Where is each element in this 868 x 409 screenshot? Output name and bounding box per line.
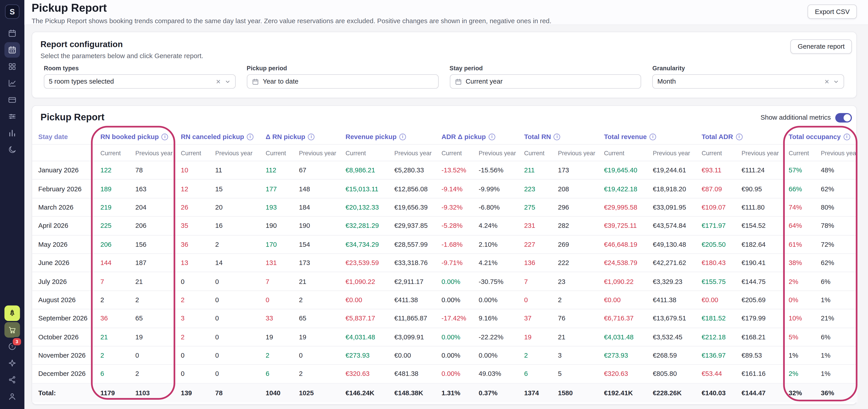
cell-current: €146.24K [340, 389, 388, 397]
granularity-label: Granularity [652, 65, 844, 72]
sidebar: S [0, 0, 24, 409]
cell-previous: 23 [552, 277, 598, 285]
col-header-metric[interactable]: Total revenuei [598, 133, 695, 140]
additional-metrics-toggle[interactable] [835, 113, 852, 122]
col-header-label: Total revenue [604, 133, 647, 140]
info-icon[interactable]: i [650, 133, 656, 140]
info-icon[interactable]: i [843, 133, 850, 140]
cell-previous: €182.64 [736, 241, 782, 248]
sidebar-item-payments[interactable] [4, 92, 20, 107]
cell-current: 7 [259, 277, 293, 285]
cell-current: 0.00% [435, 351, 472, 359]
cell-current: 57% [782, 166, 815, 174]
cell-current: 2% [782, 370, 815, 378]
toggle-label: Show additional metrics [761, 114, 831, 121]
cell-previous: €481.38 [388, 370, 435, 378]
cell-previous: 190 [293, 222, 340, 230]
cell-current: 1040 [259, 389, 293, 397]
cell-previous: 173 [293, 259, 340, 266]
cell-previous: 0.00% [472, 296, 518, 304]
cell-current: 1179 [94, 389, 129, 397]
sidebar-item-upsell[interactable] [4, 322, 20, 338]
col-header-metric[interactable]: Total occupancyi [782, 133, 858, 140]
cell-current: 122 [94, 166, 129, 174]
pickup-period-label: Pickup period [247, 65, 438, 72]
cell-current: -13.52% [435, 166, 472, 174]
cell-previous: 21 [293, 277, 340, 285]
pickup-period-input[interactable]: Year to date [247, 74, 438, 89]
sidebar-item-profile[interactable] [4, 388, 20, 404]
cell-current: -9.32% [435, 203, 472, 211]
sidebar-item-calendar[interactable] [4, 26, 20, 41]
cell-current: 190 [259, 222, 293, 230]
sidebar-item-reservations[interactable] [4, 42, 20, 58]
info-icon[interactable]: i [399, 133, 406, 140]
cell-current: 2 [259, 351, 293, 359]
cell-previous: 19 [293, 333, 340, 341]
rocket-icon [8, 309, 17, 317]
cell-current: 0 [175, 277, 209, 285]
generate-report-button[interactable]: Generate report [790, 39, 852, 54]
granularity-select[interactable]: Month × [652, 74, 844, 89]
col-header-metric[interactable]: Revenue pickupi [340, 133, 436, 140]
cell-previous: €33,318.76 [388, 259, 435, 266]
sidebar-item-boost[interactable] [4, 305, 20, 321]
sidebar-item-night-audit[interactable] [4, 142, 20, 158]
col-header-metric[interactable]: ADR Δ pickupi [435, 133, 518, 140]
report-configuration-card: Report configuration Select the paramete… [32, 32, 857, 98]
col-header-stay-date[interactable]: Stay date [32, 133, 94, 140]
col-subheader: Previous year [388, 149, 435, 156]
cell-previous: 1% [815, 370, 858, 378]
cell-previous: 78 [129, 166, 175, 174]
cell-previous: -22.22% [472, 333, 518, 341]
col-header-metric[interactable]: Total RNi [518, 133, 598, 140]
sidebar-item-analytics[interactable] [4, 75, 20, 91]
clear-icon[interactable]: × [216, 77, 220, 85]
sidebar-item-whats-new[interactable] [4, 355, 20, 371]
cell-current: 139 [175, 389, 209, 397]
clear-icon[interactable]: × [825, 77, 829, 85]
stay-period-input[interactable]: Current year [450, 74, 642, 89]
sidebar-item-settings-sliders[interactable] [4, 108, 20, 124]
cell-current: 0% [782, 296, 815, 304]
col-header-metric[interactable]: RN booked pickupi [94, 133, 175, 140]
info-icon[interactable]: i [554, 133, 560, 140]
col-header-metric[interactable]: Δ RN pickupi [259, 133, 339, 140]
info-icon[interactable]: i [736, 133, 743, 140]
cell-current: €180.43 [695, 259, 736, 266]
room-types-field: Room types 5 room types selected × [44, 65, 236, 89]
cell-current: 6 [259, 370, 293, 378]
cell-previous: 0 [209, 351, 259, 359]
toggle-knob [844, 114, 851, 121]
col-header-metric[interactable]: Total ADRi [695, 133, 782, 140]
col-header-metric[interactable]: RN canceled pickupi [175, 133, 259, 140]
cell-current: 6 [518, 370, 552, 378]
cell-current: 7 [94, 277, 129, 285]
info-icon[interactable]: i [308, 133, 315, 140]
cell-previous: 204 [129, 203, 175, 211]
cell-previous: €28,557.99 [388, 241, 435, 248]
cell-previous: -15.56% [472, 166, 518, 174]
info-icon[interactable]: i [489, 133, 495, 140]
cell-current: 144 [94, 259, 129, 266]
chevron-down-icon[interactable] [224, 78, 230, 85]
sidebar-item-integrations[interactable] [4, 372, 20, 387]
info-icon[interactable]: i [247, 133, 254, 140]
sidebar-item-help[interactable]: ? 3 [4, 339, 20, 354]
cell-current: €1,090.22 [340, 277, 388, 285]
export-csv-button[interactable]: Export CSV [808, 4, 857, 19]
cell-current: 225 [94, 222, 129, 230]
cell-current: €5,837.17 [340, 315, 388, 322]
chevron-down-icon[interactable] [833, 78, 839, 85]
calendar-grid-icon [8, 45, 17, 54]
cell-current: 1% [782, 351, 815, 359]
sidebar-item-reports[interactable] [4, 125, 20, 141]
table-row: CurrentPrevious yearCurrentPrevious year… [32, 145, 858, 161]
app-logo[interactable]: S [5, 4, 20, 19]
info-icon[interactable]: i [162, 133, 168, 140]
room-types-select[interactable]: 5 room types selected × [44, 74, 236, 89]
sidebar-item-apps[interactable] [4, 59, 20, 74]
cell-previous: 0 [209, 333, 259, 341]
col-subheader: Previous year [815, 149, 858, 156]
cell-current: €171.97 [695, 222, 736, 230]
